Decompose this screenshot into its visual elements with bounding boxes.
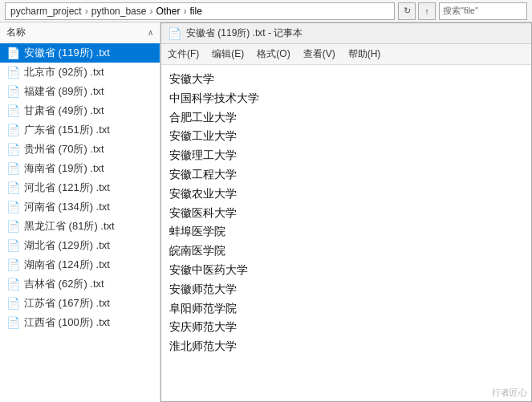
file-name: 甘肃省 (49所) .txt bbox=[24, 104, 104, 118]
file-panel-header: 名称 ∧ bbox=[0, 22, 160, 43]
notepad-line: 安徽工业大学 bbox=[169, 127, 523, 146]
file-list: 📄安徽省 (119所) .txt📄北京市 (92所) .txt📄福建省 (89所… bbox=[0, 43, 160, 402]
file-icon: 📄 bbox=[6, 162, 20, 175]
file-icon: 📄 bbox=[6, 66, 20, 79]
file-item[interactable]: 📄河北省 (121所) .txt bbox=[0, 178, 160, 197]
file-item[interactable]: 📄甘肃省 (49所) .txt bbox=[0, 101, 160, 120]
file-name: 河南省 (134所) .txt bbox=[24, 200, 110, 214]
file-item[interactable]: 📄广东省 (151所) .txt bbox=[0, 120, 160, 140]
notepad-menubar: 文件(F)编辑(E)格式(O)查看(V)帮助(H) bbox=[161, 44, 531, 65]
file-icon: 📄 bbox=[6, 239, 20, 252]
menu-item[interactable]: 文件(F) bbox=[161, 46, 205, 63]
file-name: 贵州省 (70所) .txt bbox=[24, 142, 104, 156]
file-icon: 📄 bbox=[6, 181, 20, 194]
menu-item[interactable]: 编辑(E) bbox=[205, 46, 250, 63]
file-item[interactable]: 📄黑龙江省 (81所) .txt bbox=[0, 217, 160, 236]
menu-item[interactable]: 查看(V) bbox=[297, 46, 342, 63]
file-icon: 📄 bbox=[6, 258, 20, 271]
notepad-line: 安徽师范大学 bbox=[169, 280, 523, 299]
file-name: 海南省 (19所) .txt bbox=[24, 161, 104, 176]
notepad-panel: 📄 安徽省 (119所) .txt - 记事本 文件(F)编辑(E)格式(O)查… bbox=[160, 22, 532, 402]
main-layout: 名称 ∧ 📄安徽省 (119所) .txt📄北京市 (92所) .txt📄福建省… bbox=[0, 22, 532, 402]
file-name: 吉林省 (62所) .txt bbox=[24, 277, 104, 291]
file-item[interactable]: 📄吉林省 (62所) .txt bbox=[0, 274, 160, 294]
address-path[interactable]: pycharm_project › python_base › Other › … bbox=[5, 2, 395, 20]
file-item[interactable]: 📄江苏省 (167所) .txt bbox=[0, 294, 160, 313]
file-item[interactable]: 📄安徽省 (119所) .txt bbox=[0, 43, 160, 63]
file-icon: 📄 bbox=[6, 220, 20, 233]
file-name: 福建省 (89所) .txt bbox=[24, 84, 104, 99]
notepad-line: 蚌埠医学院 bbox=[169, 222, 523, 242]
path-file[interactable]: file bbox=[189, 6, 201, 17]
notepad-line: 淮北师范大学 bbox=[169, 337, 523, 356]
menu-item[interactable]: 格式(O) bbox=[250, 46, 296, 63]
path-other[interactable]: Other bbox=[156, 6, 180, 17]
notepad-titlebar: 📄 安徽省 (119所) .txt - 记事本 bbox=[161, 23, 531, 44]
menu-item[interactable]: 帮助(H) bbox=[342, 46, 388, 63]
file-name: 北京市 (92所) .txt bbox=[24, 65, 104, 79]
notepad-line: 安庆师范大学 bbox=[169, 318, 523, 337]
file-item[interactable]: 📄海南省 (19所) .txt bbox=[0, 159, 160, 178]
notepad-line: 皖南医学院 bbox=[169, 242, 523, 261]
notepad-line: 合肥工业大学 bbox=[169, 108, 523, 128]
file-panel-title: 名称 bbox=[6, 26, 26, 39]
file-panel: 名称 ∧ 📄安徽省 (119所) .txt📄北京市 (92所) .txt📄福建省… bbox=[0, 22, 160, 402]
file-item[interactable]: 📄福建省 (89所) .txt bbox=[0, 82, 160, 101]
file-item[interactable]: 📄湖南省 (124所) .txt bbox=[0, 255, 160, 274]
address-bar: pycharm_project › python_base › Other › … bbox=[0, 0, 532, 22]
search-label: 搜索"file" bbox=[443, 5, 478, 17]
file-icon: 📄 bbox=[6, 278, 20, 290]
file-name: 广东省 (151所) .txt bbox=[24, 123, 110, 137]
notepad-icon: 📄 bbox=[168, 27, 181, 40]
file-name: 江西省 (100所) .txt bbox=[24, 315, 110, 330]
notepad-line: 安徽农业大学 bbox=[169, 185, 523, 204]
file-icon: 📄 bbox=[6, 124, 20, 136]
up-button[interactable]: ↑ bbox=[418, 2, 436, 20]
notepad-content[interactable]: 安徽大学中国科学技术大学合肥工业大学安徽工业大学安徽理工大学安徽工程大学安徽农业… bbox=[161, 65, 531, 401]
notepad-line: 安徽大学 bbox=[169, 70, 523, 89]
file-name: 黑龙江省 (81所) .txt bbox=[24, 219, 115, 233]
file-icon: 📄 bbox=[6, 47, 20, 59]
notepad-line: 阜阳师范学院 bbox=[169, 299, 523, 319]
sort-arrow-icon[interactable]: ∧ bbox=[148, 28, 153, 37]
path-python-base[interactable]: python_base bbox=[91, 6, 147, 17]
file-name: 湖北省 (129所) .txt bbox=[24, 238, 110, 253]
file-icon: 📄 bbox=[6, 143, 20, 156]
file-item[interactable]: 📄江西省 (100所) .txt bbox=[0, 313, 160, 332]
file-name: 安徽省 (119所) .txt bbox=[24, 46, 110, 60]
file-icon: 📄 bbox=[6, 201, 20, 213]
path-pycharm[interactable]: pycharm_project bbox=[10, 6, 82, 17]
file-name: 河北省 (121所) .txt bbox=[24, 181, 110, 195]
file-item[interactable]: 📄湖北省 (129所) .txt bbox=[0, 236, 160, 255]
notepad-line: 安徽工程大学 bbox=[169, 165, 523, 185]
address-controls: ↻ ↑ bbox=[398, 2, 436, 20]
file-icon: 📄 bbox=[6, 297, 20, 310]
file-icon: 📄 bbox=[6, 85, 20, 98]
search-box[interactable]: 搜索"file" bbox=[439, 2, 527, 20]
file-item[interactable]: 📄贵州省 (70所) .txt bbox=[0, 140, 160, 159]
file-name: 江苏省 (167所) .txt bbox=[24, 296, 110, 311]
notepad-title: 安徽省 (119所) .txt - 记事本 bbox=[186, 26, 525, 40]
refresh-button[interactable]: ↻ bbox=[398, 2, 416, 20]
file-icon: 📄 bbox=[6, 104, 20, 117]
notepad-line: 安徽理工大学 bbox=[169, 146, 523, 165]
file-icon: 📄 bbox=[6, 316, 20, 329]
file-name: 湖南省 (124所) .txt bbox=[24, 258, 110, 272]
watermark: 行者匠心 bbox=[492, 387, 527, 399]
notepad-line: 中国科学技术大学 bbox=[169, 89, 523, 108]
file-item[interactable]: 📄河南省 (134所) .txt bbox=[0, 197, 160, 217]
file-item[interactable]: 📄北京市 (92所) .txt bbox=[0, 63, 160, 82]
notepad-line: 安徽医科大学 bbox=[169, 204, 523, 223]
notepad-line: 安徽中医药大学 bbox=[169, 261, 523, 280]
